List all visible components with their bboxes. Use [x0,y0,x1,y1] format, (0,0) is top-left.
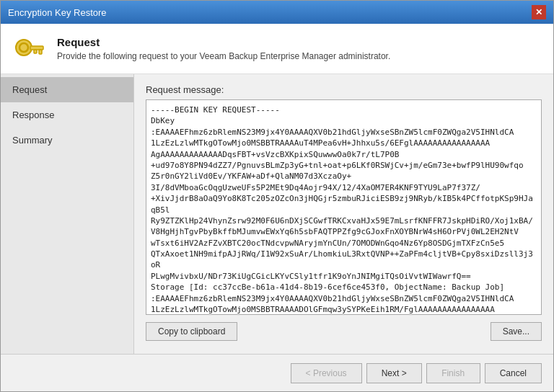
previous-button[interactable]: < Previous [291,363,362,383]
section-label: Request message: [146,84,542,95]
sidebar-item-summary[interactable]: Summary [1,128,133,153]
finish-button[interactable]: Finish [426,363,480,383]
window-title: Encryption Key Restore [8,7,107,18]
copy-to-clipboard-button[interactable]: Copy to clipboard [146,322,237,341]
content-area: Request Response Summary Request message… [1,74,553,354]
main-panel: Request message: Copy to clipboard Save.… [134,74,553,354]
header-title: Request [57,36,390,48]
cancel-button[interactable]: Cancel [485,363,542,383]
header-area: Request Provide the following request to… [1,24,553,74]
main-window: Encryption Key Restore ✕ Request Provide… [0,0,554,392]
save-button[interactable]: Save... [491,322,542,341]
request-message-area [146,99,542,315]
request-textarea[interactable] [146,100,541,314]
svg-rect-2 [30,46,43,50]
sidebar-item-response[interactable]: Response [1,102,133,128]
svg-rect-3 [39,50,42,54]
sidebar: Request Response Summary [1,74,134,354]
svg-rect-4 [34,50,37,53]
bottom-buttons-row: Copy to clipboard Save... [146,315,542,344]
sidebar-item-request[interactable]: Request [1,77,133,102]
header-text: Request Provide the following request to… [57,36,390,61]
footer: < Previous Next > Finish Cancel [1,354,553,391]
svg-point-0 [16,40,32,55]
header-description: Provide the following request to your Ve… [57,51,390,61]
next-button[interactable]: Next > [366,363,422,383]
title-bar: Encryption Key Restore ✕ [1,1,553,24]
key-icon [12,32,47,66]
close-button[interactable]: ✕ [532,5,546,19]
